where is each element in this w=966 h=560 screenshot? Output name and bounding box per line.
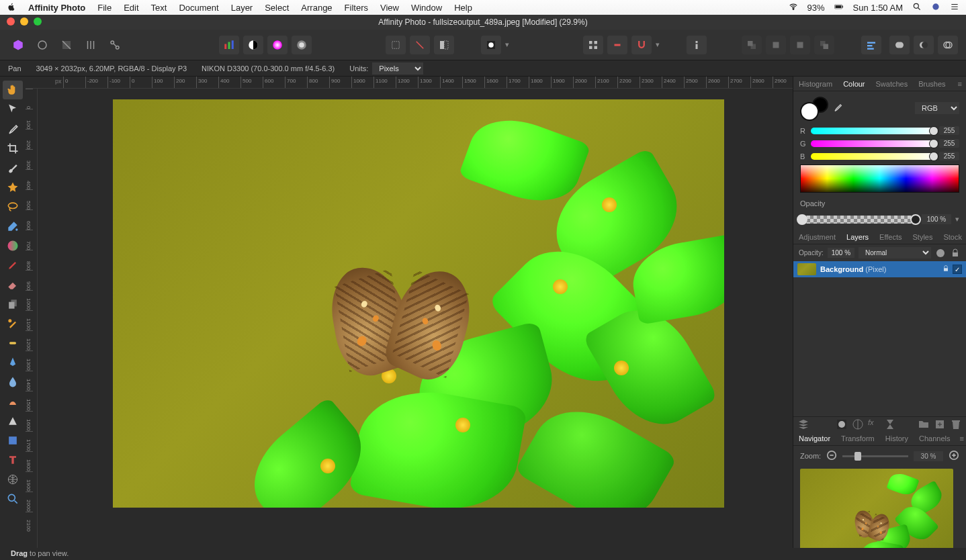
tab-brushes[interactable]: Brushes xyxy=(913,80,951,88)
info-icon[interactable] xyxy=(687,36,707,54)
menu-filters[interactable]: Filters xyxy=(345,3,368,13)
layer-opacity-value[interactable]: 100 % xyxy=(828,248,854,258)
primary-colour-well[interactable] xyxy=(800,102,819,121)
tool-move[interactable] xyxy=(3,100,23,119)
adjust-curves-icon[interactable] xyxy=(292,36,312,54)
menu-window[interactable]: Window xyxy=(411,3,442,13)
tab-stock[interactable]: Stock xyxy=(938,233,966,241)
hourglass-icon[interactable] xyxy=(884,418,896,430)
navigator-menu-icon[interactable]: ≡ xyxy=(956,434,966,442)
tool-colorpicker[interactable] xyxy=(3,120,23,138)
layer-blendmode-select[interactable]: Normal xyxy=(859,247,931,259)
adjust-hsl-icon[interactable] xyxy=(267,36,288,54)
menu-help[interactable]: Help xyxy=(454,3,472,13)
persona-tone-icon[interactable] xyxy=(81,36,101,54)
order-forward-icon[interactable] xyxy=(790,36,810,54)
layer-fx-icon[interactable] xyxy=(935,248,946,259)
clock[interactable]: Sun 1:50 AM xyxy=(853,3,903,13)
tab-history[interactable]: History xyxy=(880,434,914,442)
panel-menu-icon[interactable]: ≡ xyxy=(954,80,966,88)
g-slider[interactable]: G255 xyxy=(800,139,959,148)
tool-mesh[interactable] xyxy=(3,470,23,489)
notification-icon[interactable] xyxy=(950,2,959,13)
siri-icon[interactable] xyxy=(931,2,940,13)
add-layer-icon[interactable] xyxy=(934,418,946,430)
folder-icon[interactable] xyxy=(918,418,930,430)
tool-hand[interactable] xyxy=(3,81,23,99)
menu-file[interactable]: File xyxy=(97,3,112,13)
window-maximize-button[interactable] xyxy=(34,17,42,26)
tool-gradient[interactable] xyxy=(3,236,23,255)
colour-mode-select[interactable]: RGB xyxy=(915,102,959,114)
tool-inpaint[interactable] xyxy=(3,314,23,333)
tab-effects[interactable]: Effects xyxy=(874,233,907,241)
navigator-preview[interactable] xyxy=(800,469,953,560)
zoom-in-icon[interactable] xyxy=(949,450,959,462)
layer-lock-icon[interactable] xyxy=(950,248,961,259)
spotlight-icon[interactable] xyxy=(912,2,922,13)
wifi-icon[interactable] xyxy=(789,2,798,13)
fx-icon[interactable]: fx xyxy=(868,418,880,430)
window-close-button[interactable] xyxy=(7,17,15,26)
units-select[interactable]: Pixels xyxy=(372,62,423,75)
tab-histogram[interactable]: Histogram xyxy=(793,80,838,88)
b-slider[interactable]: B255 xyxy=(800,152,959,160)
adjust-bw-icon[interactable] xyxy=(243,36,263,54)
selection-deselect-icon[interactable] xyxy=(410,36,430,54)
layer-visible-checkbox[interactable]: ✓ xyxy=(953,265,962,274)
arrange-dropdown-icon[interactable]: ▾ xyxy=(656,40,660,49)
canvas-viewport[interactable] xyxy=(38,89,793,560)
arrange-magnet-icon[interactable] xyxy=(631,36,652,54)
tool-paintbrush[interactable] xyxy=(3,256,23,275)
tool-dodge[interactable] xyxy=(3,334,23,353)
tool-smudge[interactable] xyxy=(3,392,23,411)
vertical-ruler[interactable]: 0100200300400500600700800900100011001200… xyxy=(26,89,38,560)
quickmask-icon[interactable] xyxy=(481,36,501,54)
app-name[interactable]: Affinity Photo xyxy=(28,3,85,13)
tab-swatches[interactable]: Swatches xyxy=(871,80,914,88)
menu-arrange[interactable]: Arrange xyxy=(301,3,332,13)
menu-layer[interactable]: Layer xyxy=(231,3,253,13)
order-back-icon[interactable] xyxy=(742,36,762,54)
colour-opacity-slider[interactable]: 100 % ▾ xyxy=(800,214,959,224)
eyedrop-icon[interactable] xyxy=(832,102,843,114)
persona-export-icon[interactable] xyxy=(105,36,125,54)
tool-blur[interactable] xyxy=(3,373,23,391)
window-minimize-button[interactable] xyxy=(20,17,28,26)
colour-wells[interactable] xyxy=(800,97,827,120)
tab-transform[interactable]: Transform xyxy=(836,434,880,442)
persona-liquify-icon[interactable] xyxy=(32,36,52,54)
tab-styles[interactable]: Styles xyxy=(908,233,938,241)
persona-photo-icon[interactable] xyxy=(8,36,28,54)
apple-menu[interactable] xyxy=(7,2,16,13)
tab-channels[interactable]: Channels xyxy=(914,434,955,442)
tab-adjustment[interactable]: Adjustment xyxy=(793,233,841,241)
layers-stack-icon[interactable] xyxy=(797,418,809,430)
tool-text[interactable] xyxy=(3,451,23,469)
selection-rect-icon[interactable] xyxy=(386,36,406,54)
tool-brush-select[interactable] xyxy=(3,158,23,177)
tab-layers[interactable]: Layers xyxy=(841,233,874,241)
boolean-add-icon[interactable] xyxy=(889,36,910,54)
tool-shape-triangle[interactable] xyxy=(3,412,23,430)
adjustment-icon[interactable] xyxy=(852,418,864,430)
menu-edit[interactable]: Edit xyxy=(124,3,138,13)
zoom-slider[interactable] xyxy=(842,455,908,457)
tool-lasso[interactable] xyxy=(3,197,23,216)
colour-spectrum[interactable] xyxy=(800,165,959,193)
tool-pen[interactable] xyxy=(3,353,23,372)
tool-erase[interactable] xyxy=(3,275,23,294)
tool-flood[interactable] xyxy=(3,217,23,236)
align-icon[interactable] xyxy=(861,36,881,54)
tool-shape-rect[interactable] xyxy=(3,431,23,450)
adjust-levels-icon[interactable] xyxy=(219,36,239,54)
trash-icon[interactable] xyxy=(950,418,962,430)
horizontal-ruler[interactable]: px 0-200-1000100200300400500600700800900… xyxy=(26,77,793,89)
menu-select[interactable]: Select xyxy=(265,3,289,13)
arrange-grid-icon[interactable] xyxy=(583,36,603,54)
r-slider[interactable]: R255 xyxy=(800,126,959,135)
menu-text[interactable]: Text xyxy=(151,3,167,13)
boolean-subtract-icon[interactable] xyxy=(914,36,934,54)
order-backward-icon[interactable] xyxy=(766,36,786,54)
menu-document[interactable]: Document xyxy=(179,3,218,13)
